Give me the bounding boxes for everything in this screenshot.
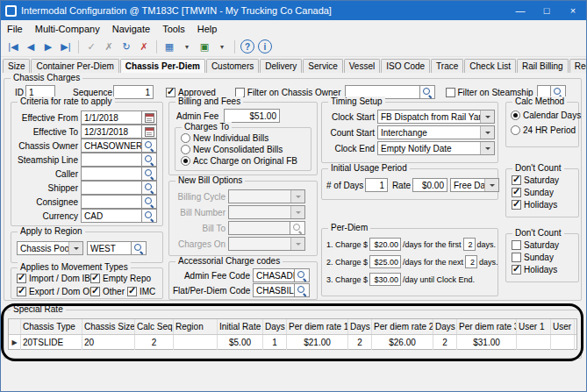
chassis-owner-lookup-button[interactable] [142,139,157,153]
caller-field[interactable] [81,167,142,181]
grid-cell-per-diem-rate-3[interactable]: $31.00 [457,335,517,350]
imc-checkbox[interactable] [127,287,137,296]
grid-cell-user-1[interactable] [517,335,551,350]
consignee-field[interactable] [81,195,142,209]
grid-cell-chassis-size[interactable]: 20 [82,335,135,350]
filter-chassis-owner-lookup-button[interactable] [420,85,435,99]
acc-charge-original-fb-radio[interactable] [181,156,190,166]
new-consolidated-bills-radio[interactable] [181,145,190,154]
tab-delivery[interactable]: Delivery [260,59,302,73]
grid-data-row[interactable]: ▶ 20TSLIDE 20 2 $5.00 1 $21.00 2 $26.00 … [9,335,576,350]
chevron-down-icon[interactable] [480,110,494,123]
grid-cell-days-2[interactable]: 2 [348,335,372,350]
approved-checkbox[interactable] [166,88,175,97]
grid-cell-days-3[interactable]: 2 [433,335,457,350]
num-days-field[interactable]: 1 [365,178,388,192]
dc1-sunday-checkbox[interactable] [512,188,521,197]
per-diem-rate-1-field[interactable]: $20.00 [369,238,401,251]
flat-per-diem-code-field[interactable]: CHASBILL [253,283,295,297]
other-checkbox[interactable] [90,287,100,296]
prev-record-icon[interactable]: ◀ [22,39,39,54]
export-dom-ob-checkbox[interactable] [17,287,26,296]
filter-steamship-checkbox[interactable] [446,88,455,97]
rate-type-combo[interactable]: Free Days [450,178,499,192]
first-record-icon[interactable]: |◀ [4,39,22,54]
grid-cell-calc-seq[interactable]: 2 [135,335,174,350]
effective-from-calendar-button[interactable] [142,110,157,125]
per-diem-days-1-field[interactable]: 2 [463,238,476,251]
caller-lookup-button[interactable] [142,167,157,181]
flat-per-diem-code-lookup-button[interactable] [295,283,310,297]
dc1-saturday-checkbox[interactable] [512,175,521,185]
grid-cell-chassis-type[interactable]: 20TSLIDE [21,335,82,350]
export-caret-icon[interactable]: ▾ [213,39,231,54]
grid-cell-user-2[interactable] [551,335,575,350]
close-button[interactable]: × [560,1,586,20]
region-type-combo[interactable]: Chassis Pool [17,241,83,255]
count-start-combo[interactable]: Interchange [377,125,495,139]
cancel-icon[interactable]: ✗ [100,39,118,54]
tab-iso-code[interactable]: ISO Code [381,59,430,73]
effective-to-field[interactable]: 12/31/2018 [81,125,142,139]
dc1-holidays-checkbox[interactable] [512,200,521,210]
chevron-down-icon[interactable] [480,126,494,139]
next-record-icon[interactable]: ▶ [39,39,57,54]
calendar-days-radio[interactable] [511,110,520,120]
clock-start-combo[interactable]: FB Dispatch from Rail Yard [377,110,495,124]
grid-cell-per-diem-rate-1[interactable]: $21.00 [287,335,348,350]
row-selector-icon[interactable]: ▶ [9,335,21,350]
filter-chassis-owner-checkbox[interactable] [235,88,245,97]
refresh-icon[interactable]: ↻ [118,39,135,54]
grid-view-caret-icon[interactable]: ▾ [178,39,196,54]
region-lookup-button[interactable] [132,241,147,255]
rate-field[interactable]: $0.00 [412,178,447,192]
last-record-icon[interactable]: ▶| [57,39,75,54]
sequence-field[interactable]: 1 [113,85,154,99]
tab-chassis-per-diem[interactable]: Chassis Per-Diem [120,59,205,73]
tab-container-per-diem[interactable]: Container Per-Diem [31,59,118,73]
empty-repo-checkbox[interactable] [90,274,100,283]
new-individual-bills-radio[interactable] [181,133,190,143]
grid-cell-per-diem-rate-2[interactable]: $26.00 [372,335,433,350]
dc2-sunday-checkbox[interactable] [512,253,521,262]
dc2-holidays-checkbox[interactable] [512,265,521,274]
tab-check-list[interactable]: Check List [464,59,516,73]
chassis-owner-field[interactable]: CHASOWNER [81,139,142,153]
tab-customers[interactable]: Customers [206,59,259,73]
currency-lookup-button[interactable] [142,209,157,223]
24hr-period-radio[interactable] [511,125,520,135]
admin-fee-field[interactable]: $51.00 [224,109,280,123]
consignee-lookup-button[interactable] [142,195,157,209]
import-dom-ib-checkbox[interactable] [17,274,26,283]
tab-vessel[interactable]: Vessel [344,59,380,73]
dc2-saturday-checkbox[interactable] [512,240,521,250]
grid-cell-days-1[interactable]: 1 [263,335,287,350]
clock-end-combo[interactable]: Empty Notify Date [377,141,495,155]
shipper-lookup-button[interactable] [142,181,157,195]
menu-multi-company[interactable]: Multi-Company [29,22,106,36]
menu-navigate[interactable]: Navigate [106,22,156,36]
admin-fee-code-field[interactable]: CHASADM [253,268,295,282]
tab-trace[interactable]: Trace [431,59,463,73]
currency-field[interactable]: CAD [81,209,142,223]
info-icon[interactable]: i [258,39,272,53]
tab-size[interactable]: Size [3,59,30,73]
menu-help[interactable]: Help [191,22,224,36]
accept-icon[interactable]: ✓ [82,39,100,54]
menu-file[interactable]: File [1,22,29,36]
tab-service[interactable]: Service [303,59,342,73]
admin-fee-code-lookup-button[interactable] [295,268,310,282]
menu-tools[interactable]: Tools [156,22,191,36]
export-icon[interactable]: ▣ [196,39,213,54]
region-field[interactable]: WEST [87,241,132,255]
grid-cell-initial-rate[interactable]: $5.00 [218,335,263,350]
chevron-down-icon[interactable] [480,142,494,154]
chevron-down-icon[interactable] [484,179,498,191]
steamship-line-lookup-button[interactable] [142,153,157,167]
grid-view-icon[interactable]: ▦ [161,39,178,54]
per-diem-days-2-field[interactable]: 2 [465,255,477,268]
effective-from-field[interactable]: 1/1/2018 [81,110,142,125]
chevron-down-icon[interactable] [68,242,82,254]
delete-icon[interactable]: ✗ [135,39,153,54]
per-diem-rate-2-field[interactable]: $25.00 [369,255,401,268]
